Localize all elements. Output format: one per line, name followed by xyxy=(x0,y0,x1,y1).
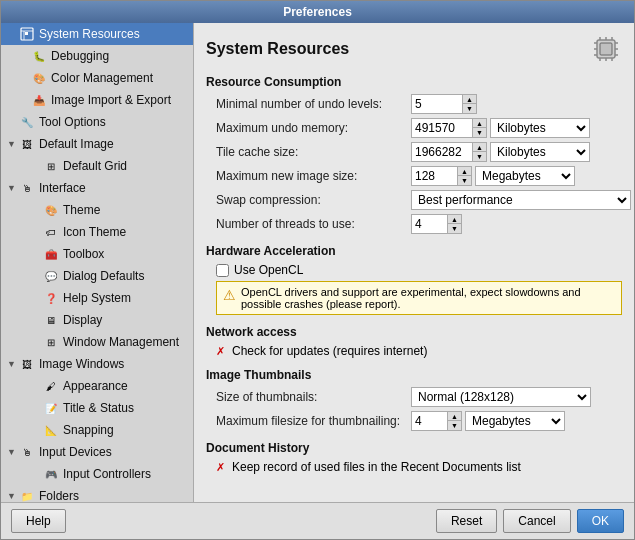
svg-rect-5 xyxy=(600,43,612,55)
opencl-row: Use OpenCL xyxy=(206,263,622,277)
sidebar-item-dialog-defaults[interactable]: 💬 Dialog Defaults xyxy=(1,265,193,287)
sidebar-label-image-windows: Image Windows xyxy=(39,357,124,371)
max-filesize-input[interactable] xyxy=(412,413,447,429)
thumbnail-size-row: Size of thumbnails: Normal (128x128) Sma… xyxy=(206,387,622,407)
max-filesize-spinner[interactable]: ▲ ▼ xyxy=(411,411,462,431)
max-new-image-up[interactable]: ▲ xyxy=(457,167,471,176)
sidebar-item-interface[interactable]: ▼ 🖱 Interface xyxy=(1,177,193,199)
window-management-icon: ⊞ xyxy=(43,334,59,350)
sidebar-label-input-devices: Input Devices xyxy=(39,445,112,459)
tile-cache-label: Tile cache size: xyxy=(216,145,411,159)
x-mark-updates: ✗ xyxy=(216,345,225,358)
min-undo-down[interactable]: ▼ xyxy=(462,104,476,113)
reset-button[interactable]: Reset xyxy=(436,509,497,533)
system-resources-icon xyxy=(19,26,35,42)
warning-icon: ⚠ xyxy=(223,287,236,303)
sidebar-label-window-management: Window Management xyxy=(63,335,179,349)
max-filesize-down[interactable]: ▼ xyxy=(447,421,461,430)
tile-cache-row: Tile cache size: ▲ ▼ Kilobytes Megabytes xyxy=(206,142,622,162)
swap-compression-row: Swap compression: Best performance Best … xyxy=(206,190,622,210)
num-threads-up[interactable]: ▲ xyxy=(447,215,461,224)
sidebar-item-icon-theme[interactable]: 🏷 Icon Theme xyxy=(1,221,193,243)
tile-cache-input[interactable] xyxy=(412,144,472,160)
sidebar-item-help-system[interactable]: ❓ Help System xyxy=(1,287,193,309)
sidebar-label-appearance: Appearance xyxy=(63,379,128,393)
swap-compression-select[interactable]: Best performance Best compression Balanc… xyxy=(411,190,631,210)
max-undo-memory-control: ▲ ▼ Kilobytes Megabytes xyxy=(411,118,590,138)
max-undo-memory-input[interactable] xyxy=(412,120,472,136)
sidebar-label-default-grid: Default Grid xyxy=(63,159,127,173)
ok-button[interactable]: OK xyxy=(577,509,624,533)
sidebar-item-image-import-export[interactable]: 📥 Image Import & Export xyxy=(1,89,193,111)
thumbnail-size-select[interactable]: Normal (128x128) Small (64x64) Large (25… xyxy=(411,387,591,407)
sidebar-item-system-resources[interactable]: System Resources xyxy=(1,23,193,45)
sidebar-item-title-status[interactable]: 📝 Title & Status xyxy=(1,397,193,419)
max-new-image-label: Maximum new image size: xyxy=(216,169,411,183)
sidebar-item-image-windows[interactable]: ▼ 🖼 Image Windows xyxy=(1,353,193,375)
sidebar-label-tool-options: Tool Options xyxy=(39,115,106,129)
sidebar-label-folders: Folders xyxy=(39,489,79,502)
max-filesize-unit-select[interactable]: Megabytes Kilobytes xyxy=(465,411,565,431)
opencl-checkbox[interactable] xyxy=(216,264,229,277)
num-threads-spin-btns: ▲ ▼ xyxy=(447,215,461,233)
chip-icon xyxy=(590,33,622,65)
max-undo-memory-down[interactable]: ▼ xyxy=(472,128,486,137)
sidebar-item-folders[interactable]: ▼ 📁 Folders xyxy=(1,485,193,502)
tile-cache-up[interactable]: ▲ xyxy=(472,143,486,152)
num-threads-input[interactable] xyxy=(412,216,447,232)
input-controllers-icon: 🎮 xyxy=(43,466,59,482)
cancel-button[interactable]: Cancel xyxy=(503,509,570,533)
sidebar-label-theme: Theme xyxy=(63,203,100,217)
min-undo-label: Minimal number of undo levels: xyxy=(216,97,411,111)
sidebar-item-display[interactable]: 🖥 Display xyxy=(1,309,193,331)
max-undo-memory-up[interactable]: ▲ xyxy=(472,119,486,128)
help-button[interactable]: Help xyxy=(11,509,66,533)
default-grid-icon: ⊞ xyxy=(43,158,59,174)
sidebar-item-debugging[interactable]: 🐛 Debugging xyxy=(1,45,193,67)
max-new-image-input[interactable] xyxy=(412,168,457,184)
max-new-image-spinner[interactable]: ▲ ▼ xyxy=(411,166,472,186)
max-undo-memory-unit-select[interactable]: Kilobytes Megabytes xyxy=(490,118,590,138)
max-undo-memory-spinner[interactable]: ▲ ▼ xyxy=(411,118,487,138)
opencl-warning: ⚠ OpenCL drivers and support are experim… xyxy=(216,281,622,315)
sidebar-item-theme[interactable]: 🎨 Theme xyxy=(1,199,193,221)
sidebar-item-default-image[interactable]: ▼ 🖼 Default Image xyxy=(1,133,193,155)
num-threads-spinner[interactable]: ▲ ▼ xyxy=(411,214,462,234)
max-filesize-up[interactable]: ▲ xyxy=(447,412,461,421)
tile-cache-down[interactable]: ▼ xyxy=(472,152,486,161)
sidebar: System Resources 🐛 Debugging 🎨 Color Man… xyxy=(1,23,194,502)
title-status-icon: 📝 xyxy=(43,400,59,416)
expander-default-image: ▼ xyxy=(7,139,17,149)
max-undo-memory-label: Maximum undo memory: xyxy=(216,121,411,135)
sidebar-item-input-controllers[interactable]: 🎮 Input Controllers xyxy=(1,463,193,485)
tile-cache-spinner[interactable]: ▲ ▼ xyxy=(411,142,487,162)
min-undo-row: Minimal number of undo levels: ▲ ▼ xyxy=(206,94,622,114)
min-undo-input[interactable] xyxy=(412,96,462,112)
min-undo-up[interactable]: ▲ xyxy=(462,95,476,104)
sidebar-item-tool-options[interactable]: 🔧 Tool Options xyxy=(1,111,193,133)
tile-cache-spin-btns: ▲ ▼ xyxy=(472,143,486,161)
keep-record-label: Keep record of used files in the Recent … xyxy=(232,460,521,474)
sidebar-item-snapping[interactable]: 📐 Snapping xyxy=(1,419,193,441)
sidebar-item-color-management[interactable]: 🎨 Color Management xyxy=(1,67,193,89)
num-threads-down[interactable]: ▼ xyxy=(447,224,461,233)
tile-cache-unit-select[interactable]: Kilobytes Megabytes xyxy=(490,142,590,162)
sidebar-item-toolbox[interactable]: 🧰 Toolbox xyxy=(1,243,193,265)
min-undo-spinner[interactable]: ▲ ▼ xyxy=(411,94,477,114)
sidebar-item-window-management[interactable]: ⊞ Window Management xyxy=(1,331,193,353)
max-new-image-unit-select[interactable]: Megabytes Kilobytes xyxy=(475,166,575,186)
sidebar-label-debugging: Debugging xyxy=(51,49,109,63)
max-new-image-down[interactable]: ▼ xyxy=(457,176,471,185)
default-image-icon: 🖼 xyxy=(19,136,35,152)
sidebar-item-appearance[interactable]: 🖌 Appearance xyxy=(1,375,193,397)
image-import-export-icon: 📥 xyxy=(31,92,47,108)
input-devices-icon: 🖱 xyxy=(19,444,35,460)
svg-rect-3 xyxy=(25,32,28,35)
sidebar-item-default-grid[interactable]: ⊞ Default Grid xyxy=(1,155,193,177)
snapping-icon: 📐 xyxy=(43,422,59,438)
folders-icon: 📁 xyxy=(19,488,35,502)
sidebar-item-input-devices[interactable]: ▼ 🖱 Input Devices xyxy=(1,441,193,463)
keep-record-row: ✗ Keep record of used files in the Recen… xyxy=(206,460,622,474)
tool-options-icon: 🔧 xyxy=(19,114,35,130)
max-new-image-control: ▲ ▼ Megabytes Kilobytes xyxy=(411,166,575,186)
